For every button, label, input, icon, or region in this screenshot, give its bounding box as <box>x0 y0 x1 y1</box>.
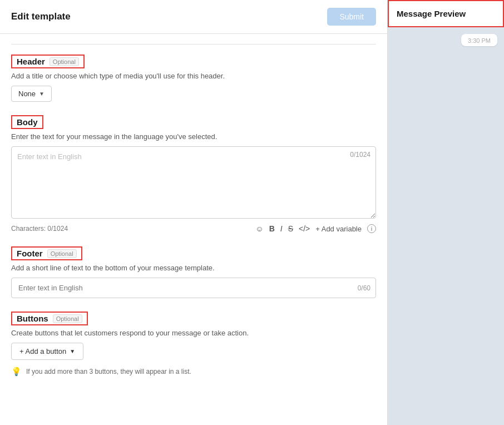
body-char-count-overlay: 0/1024 <box>350 151 370 159</box>
top-divider <box>11 44 376 45</box>
buttons-title-row: Buttons Optional <box>11 312 376 325</box>
footer-description: Add a short line of text to the bottom o… <box>11 264 376 272</box>
body-toolbar: ☺ B I S </> + Add variable i <box>255 224 376 233</box>
header-dropdown[interactable]: None ▼ <box>11 86 52 102</box>
chevron-down-icon-btn: ▼ <box>70 348 75 354</box>
body-toolbar-row: Characters: 0/1024 ☺ B I S </> + Add var… <box>11 224 376 233</box>
footer-optional-badge: Optional <box>47 249 77 258</box>
footer-section: Footer Optional Add a short line of text… <box>11 246 376 298</box>
buttons-section: Buttons Optional Create buttons that let… <box>11 312 376 377</box>
body-textarea-wrapper: 0/1024 <box>11 146 376 221</box>
submit-button[interactable]: Submit <box>327 8 376 26</box>
italic-icon[interactable]: I <box>280 224 283 233</box>
add-button-label: + Add a button <box>19 347 66 355</box>
lightbulb-icon: 💡 <box>11 367 22 377</box>
footer-char-count: 0/60 <box>358 284 370 292</box>
chevron-down-icon: ▼ <box>39 91 45 97</box>
bold-icon[interactable]: B <box>269 224 275 233</box>
right-panel: Message Preview 3:30 PM <box>387 0 504 425</box>
buttons-description: Create buttons that let customers respon… <box>11 329 376 337</box>
footer-label: Footer <box>17 249 43 258</box>
page-title: Edit template <box>11 11 71 22</box>
info-icon[interactable]: i <box>367 224 376 233</box>
body-title-row: Body <box>11 115 376 129</box>
header-optional-badge: Optional <box>50 57 79 66</box>
message-bubble: 3:30 PM <box>461 34 497 46</box>
buttons-hint-row: 💡 If you add more than 3 buttons, they w… <box>11 367 376 377</box>
header-title-row: Header Optional <box>11 55 376 68</box>
strikethrough-icon[interactable]: S <box>288 224 293 233</box>
preview-header: Message Preview <box>388 0 504 27</box>
left-panel: Edit template Submit Header Optional Add… <box>0 0 387 425</box>
body-char-count-label: Characters: 0/1024 <box>11 225 68 233</box>
header-label-box: Header Optional <box>11 55 85 68</box>
header-description: Add a title or choose which type of medi… <box>11 72 376 80</box>
add-button-button[interactable]: + Add a button ▼ <box>11 343 83 360</box>
body-textarea[interactable] <box>11 146 376 219</box>
message-time: 3:30 PM <box>468 37 491 44</box>
top-bar: Edit template Submit <box>0 0 387 34</box>
emoji-icon[interactable]: ☺ <box>255 224 263 233</box>
buttons-label-box: Buttons Optional <box>11 312 88 325</box>
body-description: Enter the text for your message in the l… <box>11 132 376 141</box>
preview-body: 3:30 PM <box>388 27 504 425</box>
header-label: Header <box>17 57 45 66</box>
body-label: Body <box>17 117 38 127</box>
form-area: Header Optional Add a title or choose wh… <box>0 34 387 425</box>
footer-title-row: Footer Optional <box>11 246 376 260</box>
footer-input-wrapper: 0/60 <box>11 278 376 298</box>
buttons-hint-text: If you add more than 3 buttons, they wil… <box>26 368 191 375</box>
footer-label-box: Footer Optional <box>11 246 82 260</box>
add-variable-button[interactable]: + Add variable <box>315 225 362 233</box>
buttons-optional-badge: Optional <box>53 314 82 323</box>
body-label-box: Body <box>11 115 43 129</box>
header-section: Header Optional Add a title or choose wh… <box>11 55 376 102</box>
buttons-label: Buttons <box>17 314 48 323</box>
header-dropdown-label: None <box>18 90 36 98</box>
footer-input[interactable] <box>11 278 376 298</box>
body-section: Body Enter the text for your message in … <box>11 115 376 233</box>
preview-title: Message Preview <box>397 9 466 18</box>
code-icon[interactable]: </> <box>299 224 310 233</box>
